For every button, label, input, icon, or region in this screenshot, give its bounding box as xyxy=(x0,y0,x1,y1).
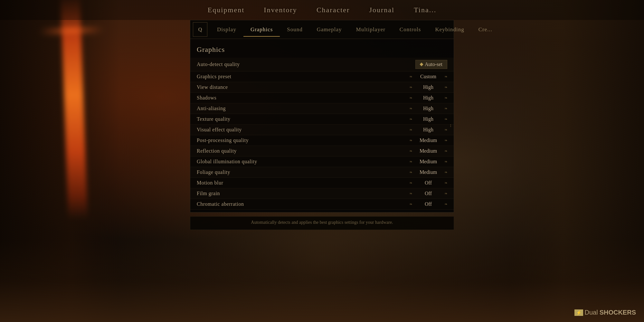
setting-label-chromatic-aberration: Chromatic aberration xyxy=(197,201,409,207)
left-arrow-foliage-quality[interactable]: ❧ xyxy=(409,170,412,175)
top-nav-item-journal[interactable]: Journal xyxy=(369,6,394,14)
left-arrow-post-processing-quality[interactable]: ❧ xyxy=(409,138,412,143)
left-arrow-shadows[interactable]: ❧ xyxy=(409,96,412,100)
setting-label-reflection-quality: Reflection quality xyxy=(197,148,409,154)
setting-label-texture-quality: Texture quality xyxy=(197,116,409,122)
tab-graphics[interactable]: Graphics xyxy=(243,23,280,37)
tab-keybinding[interactable]: Keybinding xyxy=(428,23,471,37)
setting-value-film-grain: Off xyxy=(412,191,444,196)
diamond-icon xyxy=(420,62,423,66)
setting-label-post-processing-quality: Post-processing quality xyxy=(197,137,409,143)
right-arrow-view-distance[interactable]: ❧ xyxy=(444,85,447,90)
watermark-prefix: Dual xyxy=(585,309,598,316)
setting-row-motion-blur: Motion blur ❧ Off ❧ xyxy=(190,178,454,188)
setting-value-global-illumination-quality: Medium xyxy=(412,159,444,165)
setting-row-auto-detect: Auto-detect quality Auto-set xyxy=(190,58,454,71)
right-arrow-film-grain[interactable]: ❧ xyxy=(444,191,447,196)
ui-overlay: Equipment Inventory Character Journal Ti… xyxy=(0,0,644,322)
setting-label-foliage-quality: Foliage quality xyxy=(197,169,409,175)
right-arrow-shadows[interactable]: ❧ xyxy=(444,96,447,100)
setting-label-shadows: Shadows xyxy=(197,95,409,101)
setting-row-view-distance: View distance ❧ High ❧ xyxy=(190,82,454,93)
watermark-suffix: SHOCKERS xyxy=(600,309,636,316)
setting-value-view-distance: High xyxy=(412,84,444,90)
setting-row-graphics-preset: Graphics preset ❧ Custom ❧ xyxy=(190,71,454,82)
setting-value-texture-quality: High xyxy=(412,116,444,122)
tab-multiplayer[interactable]: Multiplayer xyxy=(349,23,393,37)
settings-tab-bar: Q Display Graphics Sound Gameplay Multip… xyxy=(190,20,454,39)
setting-row-global-illumination-quality: Global illumination quality ❧ Medium ❧ xyxy=(190,156,454,167)
setting-label-view-distance: View distance xyxy=(197,84,409,90)
left-arrow-reflection-quality[interactable]: ❧ xyxy=(409,149,412,154)
left-arrow-texture-quality[interactable]: ❧ xyxy=(409,117,412,122)
setting-value-visual-effect-quality: High xyxy=(412,127,444,133)
setting-label-film-grain: Film grain xyxy=(197,191,409,196)
tab-sound[interactable]: Sound xyxy=(280,23,309,37)
left-arrow-view-distance[interactable]: ❧ xyxy=(409,85,412,90)
top-nav-item-tina[interactable]: Tina... xyxy=(414,6,436,14)
left-arrow-visual-effect-quality[interactable]: ❧ xyxy=(409,128,412,132)
watermark-bolt: ⚡ xyxy=(574,309,583,316)
setting-value-graphics-preset: Custom xyxy=(412,74,444,80)
setting-value-anti-aliasing: High xyxy=(412,106,444,111)
setting-value-motion-blur: Off xyxy=(412,180,444,186)
tab-display[interactable]: Display xyxy=(210,23,243,37)
left-arrow-anti-aliasing[interactable]: ❧ xyxy=(409,106,412,111)
setting-row-film-grain: Film grain ❧ Off ❧ xyxy=(190,188,454,199)
setting-row-anti-aliasing: Anti-aliasing ❧ High ❧ xyxy=(190,103,454,114)
left-arrow-motion-blur[interactable]: ❧ xyxy=(409,181,412,185)
left-arrow-chromatic-aberration[interactable]: ❧ xyxy=(409,202,412,207)
right-arrow-post-processing-quality[interactable]: ❧ xyxy=(444,138,447,143)
right-arrow-graphics-preset[interactable]: ❧ xyxy=(444,74,447,79)
top-nav: Equipment Inventory Character Journal Ti… xyxy=(0,0,644,20)
tab-gameplay[interactable]: Gameplay xyxy=(310,23,349,37)
setting-row-texture-quality: Texture quality ❧ High ❧ xyxy=(190,114,454,125)
setting-value-auto-detect[interactable]: Auto-set xyxy=(415,60,447,69)
description-bar: Automatically detects and applies the be… xyxy=(190,216,454,230)
right-arrow-foliage-quality[interactable]: ❧ xyxy=(444,170,447,175)
setting-row-post-processing-quality: Post-processing quality ❧ Medium ❧ xyxy=(190,135,454,146)
setting-label-motion-blur: Motion blur xyxy=(197,180,409,186)
settings-icon-button[interactable]: Q xyxy=(193,22,207,37)
right-arrow-reflection-quality[interactable]: ❧ xyxy=(444,149,447,154)
right-arrow-global-illumination-quality[interactable]: ❧ xyxy=(444,159,447,164)
setting-row-foliage-quality: Foliage quality ❧ Medium ❧ xyxy=(190,167,454,178)
setting-label-global-illumination-quality: Global illumination quality xyxy=(197,159,409,165)
setting-value-foliage-quality: Medium xyxy=(412,169,444,175)
setting-row-shadows: Shadows ❧ High ❧ xyxy=(190,93,454,103)
top-nav-item-equipment[interactable]: Equipment xyxy=(208,6,245,14)
right-arrow-chromatic-aberration[interactable]: ❧ xyxy=(444,202,447,207)
settings-content: Graphics Auto-detect quality Auto-set Gr… xyxy=(190,39,454,212)
setting-value-post-processing-quality: Medium xyxy=(412,137,444,143)
setting-label-visual-effect-quality: Visual effect quality xyxy=(197,127,409,133)
top-nav-item-character[interactable]: Character xyxy=(317,6,350,14)
section-title: Graphics xyxy=(190,43,454,58)
setting-value-chromatic-aberration: Off xyxy=(412,201,444,207)
scroll-indicator: ↕ xyxy=(450,123,452,128)
right-arrow-texture-quality[interactable]: ❧ xyxy=(444,117,447,122)
setting-row-reflection-quality: Reflection quality ❧ Medium ❧ xyxy=(190,146,454,156)
tab-controls[interactable]: Controls xyxy=(393,23,428,37)
setting-row-chromatic-aberration: Chromatic aberration ❧ Off ❧ xyxy=(190,199,454,210)
watermark: ⚡ DualSHOCKERS xyxy=(574,309,636,316)
tab-credits[interactable]: Cre... xyxy=(471,23,499,37)
left-arrow-global-illumination-quality[interactable]: ❧ xyxy=(409,159,412,164)
right-arrow-motion-blur[interactable]: ❧ xyxy=(444,181,447,185)
setting-row-visual-effect-quality: Visual effect quality ❧ High ❧ xyxy=(190,125,454,135)
setting-label-graphics-preset: Graphics preset xyxy=(197,74,409,80)
setting-value-shadows: High xyxy=(412,95,444,101)
top-nav-item-inventory[interactable]: Inventory xyxy=(264,6,297,14)
setting-label-auto-detect: Auto-detect quality xyxy=(197,62,415,67)
setting-value-reflection-quality: Medium xyxy=(412,148,444,154)
left-arrow-graphics-preset[interactable]: ❧ xyxy=(409,74,412,79)
left-arrow-film-grain[interactable]: ❧ xyxy=(409,191,412,196)
settings-panel: Q Display Graphics Sound Gameplay Multip… xyxy=(190,20,454,213)
auto-detect-value-text: Auto-set xyxy=(425,62,442,67)
right-arrow-anti-aliasing[interactable]: ❧ xyxy=(444,106,447,111)
right-arrow-visual-effect-quality[interactable]: ❧ xyxy=(444,128,447,132)
setting-label-anti-aliasing: Anti-aliasing xyxy=(197,106,409,111)
